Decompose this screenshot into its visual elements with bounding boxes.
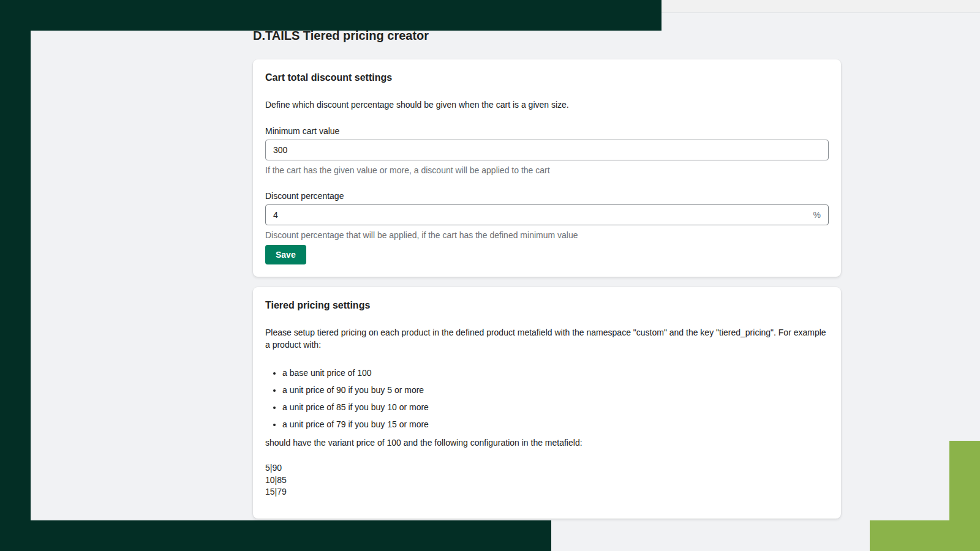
minimum-cart-value-help: If the cart has the given value or more,… [265, 164, 829, 176]
card-heading-cart-discount: Cart total discount settings [265, 72, 829, 84]
brand-shape-horizontal [870, 520, 980, 551]
card-description: Define which discount percentage should … [265, 99, 829, 111]
discount-percentage-help: Discount percentage that will be applied… [265, 229, 829, 241]
config-line: 10|85 [265, 474, 829, 487]
tiered-pricing-intro: Please setup tiered pricing on each prod… [265, 326, 829, 351]
admin-chrome-top-bar [0, 0, 662, 31]
list-item: a unit price of 90 if you buy 5 or more [282, 384, 829, 396]
page-title: D.TAILS Tiered pricing creator [253, 27, 429, 44]
admin-chrome-bottom-edge [0, 520, 551, 551]
discount-percentage-field: % [265, 204, 829, 225]
admin-chrome-left-edge [0, 31, 31, 520]
tiered-pricing-example-list: a base unit price of 100 a unit price of… [265, 367, 829, 430]
list-item: a unit price of 85 if you buy 10 or more [282, 401, 829, 413]
metafield-config-example: 5|90 10|85 15|79 [265, 462, 829, 498]
config-line: 5|90 [265, 462, 829, 474]
card-heading-tiered-pricing: Tiered pricing settings [265, 299, 829, 312]
cart-discount-settings-card: Cart total discount settings Define whic… [253, 59, 841, 277]
minimum-cart-value-label: Minimum cart value [265, 125, 829, 137]
discount-percentage-label: Discount percentage [265, 190, 829, 202]
tiered-pricing-outro: should have the variant price of 100 and… [265, 437, 829, 449]
minimum-cart-value-input[interactable] [265, 140, 829, 160]
config-line: 15|79 [265, 486, 829, 498]
minimum-cart-value-field [265, 140, 829, 160]
discount-percentage-input[interactable] [265, 204, 829, 225]
save-button[interactable]: Save [265, 245, 306, 264]
tiered-pricing-settings-card: Tiered pricing settings Please setup tie… [253, 287, 841, 519]
list-item: a unit price of 79 if you buy 15 or more [282, 418, 829, 430]
list-item: a base unit price of 100 [282, 367, 829, 379]
top-right-strip [662, 0, 980, 13]
